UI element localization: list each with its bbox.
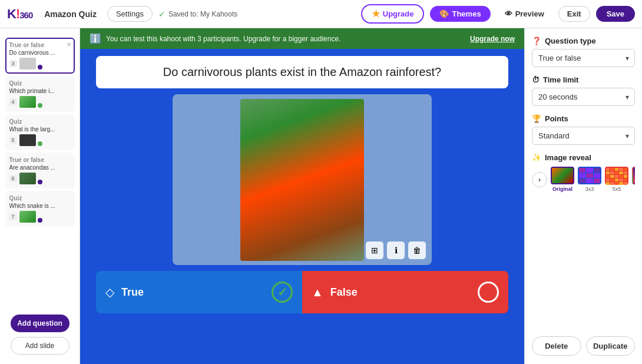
answer-true-text: True — [121, 286, 264, 299]
item-thumb — [19, 134, 36, 146]
item-thumb — [19, 173, 36, 184]
save-button[interactable]: Save — [596, 6, 635, 22]
reveal-scroll-left[interactable]: › — [532, 172, 547, 187]
delete-image-button[interactable]: 🗑 — [408, 241, 426, 259]
themes-icon: 🎨 — [439, 9, 449, 18]
item-dot — [38, 103, 42, 108]
question-type-select[interactable]: True or false Quiz Puzzle — [532, 49, 635, 67]
reveal-options: › Original 3x3 — [532, 167, 635, 192]
delete-item-icon[interactable]: ✕ — [67, 41, 71, 48]
topnav: K!360 Amazon Quiz Settings ✓ Saved to: M… — [0, 0, 642, 28]
banner-info-icon: ℹ️ — [90, 33, 101, 44]
sidebar-scroll: True or false Do carnivorous ... 3 ✕ Qui… — [5, 33, 75, 303]
reveal-icon: ✨ — [532, 153, 541, 162]
settings-button[interactable]: Settings — [107, 6, 153, 22]
grid3-thumb — [578, 167, 601, 184]
logo: K!360 — [7, 6, 32, 22]
upgrade-banner: ℹ️ You can test this kahoot with 3 parti… — [80, 28, 524, 49]
logo-k: K — [7, 6, 16, 21]
question-box: Do carnivorous plants exist in the Amazo… — [96, 56, 508, 88]
question-type-section: ❓ Question type True or false Quiz Puzzl… — [532, 37, 635, 67]
reveal-option-original[interactable]: Original — [551, 167, 574, 192]
sidebar-item[interactable]: True or false Do carnivorous ... 3 ✕ — [5, 38, 75, 74]
preview-label: Preview — [515, 9, 544, 18]
item-thumb — [19, 96, 36, 108]
item-text: Which snake is ... — [9, 203, 71, 209]
reveal-option-8x8[interactable]: 8x8 — [632, 167, 635, 192]
banner-upgrade-link[interactable]: Upgrade now — [470, 35, 515, 43]
image-info-button[interactable]: ℹ — [387, 241, 405, 259]
item-text: What is the larg... — [9, 126, 71, 133]
themes-button[interactable]: 🎨 Themes — [430, 6, 490, 22]
sidebar-item[interactable]: Quiz Which primate i... 4 — [5, 76, 75, 112]
item-type-label: Quiz — [9, 195, 71, 201]
themes-label: Themes — [452, 9, 481, 18]
preview-button[interactable]: 👁 Preview — [497, 6, 552, 22]
star-icon: ★ — [372, 8, 380, 19]
time-limit-select[interactable]: 5 seconds 10 seconds 20 seconds 30 secon… — [532, 88, 635, 106]
sidebar-footer: Add question Add slide — [11, 305, 70, 359]
upgrade-button[interactable]: ★ Upgrade — [361, 4, 425, 24]
time-limit-label: Time limit — [543, 75, 578, 84]
diamond-icon: ◇ — [105, 285, 114, 299]
time-limit-section: ⏱ Time limit 5 seconds 10 seconds 20 sec… — [532, 75, 635, 106]
item-num: 6 — [9, 175, 17, 182]
item-num: 7 — [9, 213, 17, 220]
reveal-option-3x3[interactable]: 3x3 — [578, 167, 601, 192]
banner-text: You can test this kahoot with 3 particip… — [106, 35, 340, 43]
main-layout: True or false Do carnivorous ... 3 ✕ Qui… — [0, 28, 642, 364]
check-icon: ✓ — [158, 9, 166, 19]
grid5-label: 5x5 — [613, 186, 621, 192]
clock-icon: ⏱ — [532, 75, 540, 84]
add-question-button[interactable]: Add question — [11, 315, 70, 332]
points-select-wrapper: No points Standard Double points — [532, 127, 635, 145]
item-type-label: Quiz — [9, 80, 71, 87]
image-reveal-title: ✨ Image reveal — [532, 153, 635, 162]
points-icon: 🏆 — [532, 114, 541, 123]
points-label: Points — [545, 114, 568, 123]
item-text: Are anacondas ... — [9, 164, 71, 171]
question-text: Do carnivorous plants exist in the Amazo… — [163, 65, 441, 78]
item-thumb — [19, 58, 36, 70]
original-thumb — [551, 167, 574, 184]
answer-false-text: False — [330, 286, 471, 299]
points-section: 🏆 Points No points Standard Double point… — [532, 114, 635, 145]
item-num: 3 — [9, 60, 17, 67]
replace-image-button[interactable]: ⊞ — [366, 241, 383, 259]
banner-left: ℹ️ You can test this kahoot with 3 parti… — [90, 33, 340, 44]
item-num: 4 — [9, 98, 17, 105]
exit-button[interactable]: Exit — [558, 6, 590, 22]
question-image — [240, 99, 364, 261]
sidebar: True or false Do carnivorous ... 3 ✕ Qui… — [0, 28, 80, 364]
original-label: Original — [552, 186, 572, 192]
correct-check: ✓ — [272, 282, 293, 303]
image-controls: ⊞ ℹ 🗑 — [366, 241, 426, 259]
time-limit-select-wrapper: 5 seconds 10 seconds 20 seconds 30 secon… — [532, 88, 635, 106]
image-reveal-label: Image reveal — [545, 153, 591, 162]
duplicate-button[interactable]: Duplicate — [586, 336, 636, 356]
sidebar-item[interactable]: Quiz Which snake is ... 7 — [5, 191, 75, 227]
answer-true[interactable]: ◇ True ✓ — [96, 271, 302, 313]
quiz-title: Amazon Quiz — [44, 9, 97, 19]
triangle-icon: ▲ — [312, 286, 323, 299]
points-title: 🏆 Points — [532, 114, 635, 123]
reveal-option-5x5[interactable]: 5x5 — [605, 167, 628, 192]
item-type-label: True or false — [9, 157, 71, 163]
grid3-label: 3x3 — [585, 186, 594, 192]
answer-false[interactable]: ▲ False — [302, 271, 508, 313]
incorrect-check — [478, 282, 499, 303]
main-content: ℹ️ You can test this kahoot with 3 parti… — [80, 28, 524, 364]
sidebar-item[interactable]: True or false Are anacondas ... 6 — [5, 153, 75, 188]
eye-icon: 👁 — [505, 9, 512, 18]
trash-icon: 🗑 — [413, 246, 421, 255]
question-type-title: ❓ Question type — [532, 37, 635, 45]
points-select[interactable]: No points Standard Double points — [532, 127, 635, 145]
info-icon: ℹ — [395, 246, 398, 255]
add-slide-button[interactable]: Add slide — [11, 337, 70, 355]
delete-button[interactable]: Delete — [532, 336, 581, 356]
sidebar-item[interactable]: Quiz What is the larg... 5 — [5, 114, 75, 150]
right-panel: ❓ Question type True or false Quiz Puzzl… — [524, 28, 642, 364]
saved-text: Saved to: My Kahoots — [168, 10, 237, 18]
item-type-label: Quiz — [9, 118, 71, 125]
time-limit-title: ⏱ Time limit — [532, 75, 635, 84]
